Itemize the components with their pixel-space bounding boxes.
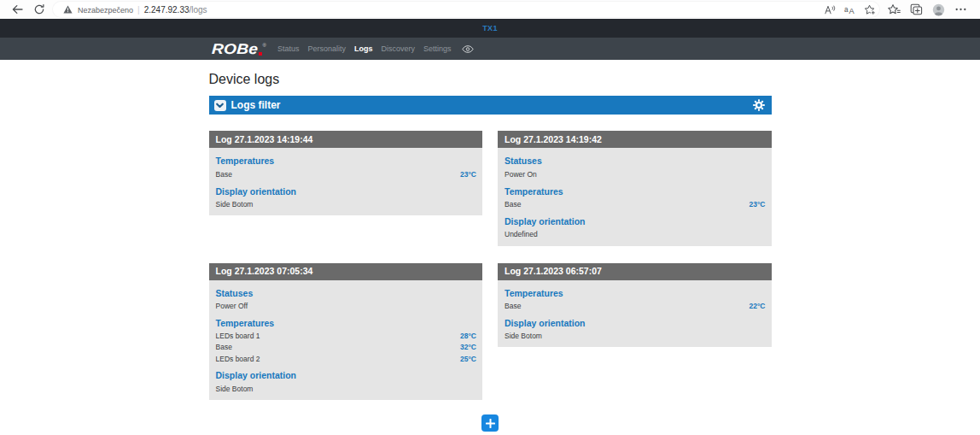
log-section-link[interactable]: Display orientation [216, 184, 477, 200]
address-text: Nezabezpečeno | 2.247.92.33/logs [78, 5, 207, 15]
robe-logo[interactable]: ROBe ® [212, 42, 266, 56]
log-item: Power Off [216, 301, 477, 312]
site-warning-icon [63, 5, 73, 14]
log-item-name: Base [216, 169, 232, 180]
logs-grid: Log 27.1.2023 14:19:44TemperaturesBase23… [209, 131, 772, 400]
collections-button[interactable] [907, 2, 925, 17]
log-item-value: 22°C [750, 301, 766, 312]
robe-logo-text: ROBe [211, 42, 258, 56]
log-item: Side Botom [216, 199, 477, 210]
nav-items: StatusPersonalityLogsDiscoverySettings [273, 38, 456, 60]
plus-icon [486, 419, 495, 428]
filter-label: Logs filter [231, 99, 281, 111]
add-log-button[interactable] [481, 414, 499, 432]
log-card: Log 27.1.2023 14:19:44TemperaturesBase23… [209, 131, 483, 215]
profile-avatar [932, 3, 945, 16]
log-card-body: TemperaturesBase22°CDisplay orientationS… [498, 280, 772, 348]
log-item: Base23°C [216, 169, 477, 180]
log-item: Side Botom [216, 384, 477, 395]
favorites-icon [888, 3, 901, 15]
log-card-body: TemperaturesBase23°CDisplay orientationS… [209, 148, 483, 215]
log-item-name: Side Botom [216, 199, 254, 210]
navbar-inner: ROBe ® StatusPersonalityLogsDiscoverySet… [209, 38, 772, 60]
nav-item-logs[interactable]: Logs [350, 38, 377, 60]
log-item: Power On [505, 169, 766, 180]
back-button[interactable] [8, 2, 26, 17]
device-title-bar: TX1 [0, 19, 980, 38]
nav-item-discovery[interactable]: Discovery [377, 38, 420, 60]
log-section-link[interactable]: Temperatures [505, 184, 766, 200]
log-item-value: 32°C [460, 342, 476, 353]
log-item-value: 23°C [750, 199, 766, 210]
log-card-title[interactable]: Log 27.1.2023 07:05:34 [209, 263, 483, 280]
log-item-name: Undefined [505, 229, 538, 240]
favorite-star-add-icon [864, 4, 876, 15]
nav-item-personality[interactable]: Personality [303, 38, 350, 60]
log-card-title[interactable]: Log 27.1.2023 14:19:44 [209, 131, 483, 148]
log-section-link[interactable]: Display orientation [505, 315, 766, 332]
filter-expand-button[interactable] [214, 100, 226, 111]
registered-mark: ® [263, 43, 266, 48]
log-item-name: Base [216, 342, 232, 353]
main-navbar: ROBe ® StatusPersonalityLogsDiscoverySet… [0, 38, 980, 60]
log-card-title[interactable]: Log 27.1.2023 14:19:42 [498, 131, 772, 148]
content-container: Device logs Logs filter [209, 72, 772, 432]
log-card-body: StatusesPower OffTemperaturesLEDs board … [209, 280, 483, 401]
log-card: Log 27.1.2023 06:57:07TemperaturesBase22… [498, 263, 772, 348]
live-view-button[interactable] [462, 45, 474, 53]
security-label[interactable]: Nezabezpečeno [78, 6, 133, 15]
collections-icon [910, 3, 923, 15]
filter-settings-button[interactable] [753, 99, 765, 111]
log-item: Undefined [505, 229, 766, 240]
eye-icon [462, 45, 474, 53]
page-title: Device logs [209, 72, 772, 87]
log-item-name: Power On [505, 169, 537, 180]
refresh-icon [34, 4, 44, 15]
logs-filter-bar[interactable]: Logs filter [209, 96, 772, 115]
log-item: Side Botom [505, 331, 766, 342]
gear-icon [753, 99, 765, 111]
read-aloud-button[interactable] [824, 2, 837, 17]
log-section-link[interactable]: Display orientation [216, 367, 477, 384]
refresh-button[interactable] [30, 2, 49, 17]
log-section-link[interactable]: Temperatures [216, 153, 477, 169]
add-favorite-button[interactable] [863, 2, 876, 17]
browser-toolbar: Nezabezpečeno | 2.247.92.33/logs a A [0, 0, 980, 19]
log-section-link[interactable]: Statuses [505, 153, 766, 169]
log-card-body: StatusesPower OnTemperaturesBase23°CDisp… [498, 148, 772, 245]
log-card-title[interactable]: Log 27.1.2023 06:57:07 [498, 263, 772, 280]
settings-menu-button[interactable] [951, 2, 970, 17]
log-item: Base32°C [216, 342, 477, 353]
log-item-name: Side Botom [505, 331, 542, 342]
url-host[interactable]: 2.247.92.33 [144, 5, 190, 15]
add-button-row [209, 414, 772, 432]
browser-action-buttons [884, 2, 970, 17]
log-item-name: LEDs board 1 [216, 331, 260, 342]
log-section-link[interactable]: Display orientation [505, 214, 766, 230]
chevron-down-icon [216, 103, 224, 109]
log-card: Log 27.1.2023 07:05:34StatusesPower OffT… [209, 263, 483, 401]
url-path[interactable]: /logs [190, 5, 207, 15]
more-options-icon [955, 8, 966, 11]
log-section-link[interactable]: Temperatures [505, 285, 766, 302]
log-item-name: Base [505, 199, 521, 210]
address-bar[interactable]: Nezabezpečeno | 2.247.92.33/logs a A [53, 2, 879, 17]
favorites-button[interactable] [884, 2, 903, 17]
robe-logo-red-dot [259, 52, 262, 56]
svg-text:a: a [844, 6, 849, 14]
log-item-name: Power Off [216, 301, 248, 312]
log-section-link[interactable]: Temperatures [216, 315, 477, 332]
translate-button[interactable]: a A [843, 2, 856, 17]
log-item: LEDs board 225°C [216, 354, 477, 365]
nav-item-settings[interactable]: Settings [419, 38, 456, 60]
nav-item-status[interactable]: Status [273, 38, 304, 60]
log-section-link[interactable]: Statuses [216, 285, 477, 302]
log-item: LEDs board 128°C [216, 331, 477, 342]
log-card: Log 27.1.2023 14:19:42StatusesPower OnTe… [498, 131, 772, 245]
read-aloud-icon [825, 5, 836, 15]
log-item-name: Base [505, 301, 521, 312]
log-item: Base23°C [505, 199, 766, 210]
log-item-value: 23°C [460, 169, 476, 180]
device-tag: TX1 [482, 24, 497, 32]
profile-button[interactable] [929, 2, 948, 17]
